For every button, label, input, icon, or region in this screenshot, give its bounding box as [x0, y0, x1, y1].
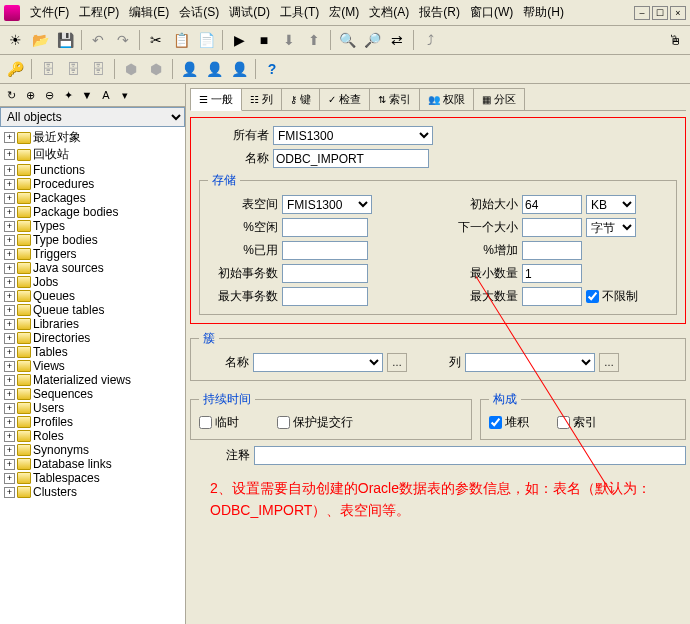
user2-icon[interactable]: 👤	[203, 58, 225, 80]
db2-icon[interactable]: 🗄	[62, 58, 84, 80]
db3-icon[interactable]: 🗄	[87, 58, 109, 80]
obj2-icon[interactable]: ⬢	[145, 58, 167, 80]
tree-item[interactable]: +Database links	[2, 457, 183, 471]
tree-expand-icon[interactable]: ⊕	[21, 86, 39, 104]
initial-input[interactable]	[522, 195, 582, 214]
preserve-check[interactable]: 保护提交行	[277, 414, 353, 431]
tree-item[interactable]: +回收站	[2, 146, 183, 163]
minext-input[interactable]	[522, 264, 582, 283]
minimize-button[interactable]: –	[634, 6, 650, 20]
tree-item[interactable]: +Tablespaces	[2, 471, 183, 485]
tree-item[interactable]: +Materialized views	[2, 373, 183, 387]
tool-icon[interactable]: 🖱	[664, 29, 686, 51]
menu-report[interactable]: 报告(R)	[415, 2, 464, 23]
tree[interactable]: +最近对象+回收站+Functions+Procedures+Packages+…	[0, 127, 185, 624]
undo-icon[interactable]: ↶	[87, 29, 109, 51]
menu-help[interactable]: 帮助(H)	[519, 2, 568, 23]
next-input[interactable]	[522, 218, 582, 237]
expand-icon[interactable]: +	[4, 165, 15, 176]
owner-select[interactable]: FMIS1300	[273, 126, 433, 145]
tree-item[interactable]: +Sequences	[2, 387, 183, 401]
exec-icon[interactable]: ▶	[228, 29, 250, 51]
new-icon[interactable]: ☀	[4, 29, 26, 51]
help-icon[interactable]: ?	[261, 58, 283, 80]
db1-icon[interactable]: 🗄	[37, 58, 59, 80]
expand-icon[interactable]: +	[4, 459, 15, 470]
tree-item[interactable]: +Directories	[2, 331, 183, 345]
expand-icon[interactable]: +	[4, 375, 15, 386]
heap-check[interactable]: 堆积	[489, 414, 529, 431]
cut-icon[interactable]: ✂	[145, 29, 167, 51]
tab-5[interactable]: 👥权限	[419, 88, 474, 110]
initrans-input[interactable]	[282, 264, 368, 283]
pctfree-input[interactable]	[282, 218, 368, 237]
expand-icon[interactable]: +	[4, 431, 15, 442]
tree-item[interactable]: +Package bodies	[2, 205, 183, 219]
tab-0[interactable]: ☰一般	[190, 88, 242, 111]
tab-6[interactable]: ▦分区	[473, 88, 525, 110]
find-icon[interactable]: 🔍	[336, 29, 358, 51]
maxext-input[interactable]	[522, 287, 582, 306]
tree-item[interactable]: +Functions	[2, 163, 183, 177]
menu-edit[interactable]: 编辑(E)	[125, 2, 173, 23]
tree-item[interactable]: +Users	[2, 401, 183, 415]
replace-icon[interactable]: 🔎	[361, 29, 383, 51]
tree-item[interactable]: +Views	[2, 359, 183, 373]
initial-unit-select[interactable]: KB	[586, 195, 636, 214]
expand-icon[interactable]: +	[4, 305, 15, 316]
save-icon[interactable]: 💾	[54, 29, 76, 51]
commit-icon[interactable]: ⬇	[278, 29, 300, 51]
menu-macro[interactable]: 宏(M)	[325, 2, 363, 23]
user3-icon[interactable]: 👤	[228, 58, 250, 80]
redo-icon[interactable]: ↷	[112, 29, 134, 51]
user1-icon[interactable]: 👤	[178, 58, 200, 80]
expand-icon[interactable]: +	[4, 149, 15, 160]
tree-item[interactable]: +最近对象	[2, 129, 183, 146]
expand-icon[interactable]: +	[4, 389, 15, 400]
cluster-name-select[interactable]	[253, 353, 383, 372]
tree-item[interactable]: +Packages	[2, 191, 183, 205]
tree-item[interactable]: +Profiles	[2, 415, 183, 429]
tree-new-icon[interactable]: ✦	[59, 86, 77, 104]
export-icon[interactable]: ⤴	[419, 29, 441, 51]
expand-icon[interactable]: +	[4, 193, 15, 204]
expand-icon[interactable]: +	[4, 473, 15, 484]
menu-debug[interactable]: 调试(D)	[225, 2, 274, 23]
expand-icon[interactable]: +	[4, 221, 15, 232]
expand-icon[interactable]: +	[4, 347, 15, 358]
maximize-button[interactable]: ☐	[652, 6, 668, 20]
tree-item[interactable]: +Queues	[2, 289, 183, 303]
tree-item[interactable]: +Triggers	[2, 247, 183, 261]
comment-input[interactable]	[254, 446, 686, 465]
menu-project[interactable]: 工程(P)	[75, 2, 123, 23]
tab-3[interactable]: ✓检查	[319, 88, 370, 110]
menu-tools[interactable]: 工具(T)	[276, 2, 323, 23]
column-select[interactable]	[465, 353, 595, 372]
tree-item[interactable]: +Jobs	[2, 275, 183, 289]
tree-filter-icon[interactable]: ▼	[78, 86, 96, 104]
menu-file[interactable]: 文件(F)	[26, 2, 73, 23]
expand-icon[interactable]: +	[4, 361, 15, 372]
expand-icon[interactable]: +	[4, 249, 15, 260]
expand-icon[interactable]: +	[4, 207, 15, 218]
pctinc-input[interactable]	[522, 241, 582, 260]
tree-collapse-icon[interactable]: ⊖	[40, 86, 58, 104]
expand-icon[interactable]: +	[4, 319, 15, 330]
next-unit-select[interactable]: 字节	[586, 218, 636, 237]
open-icon[interactable]: 📂	[29, 29, 51, 51]
tree-item[interactable]: +Procedures	[2, 177, 183, 191]
menu-session[interactable]: 会话(S)	[175, 2, 223, 23]
tab-4[interactable]: ⇅索引	[369, 88, 420, 110]
tree-a-icon[interactable]: A	[97, 86, 115, 104]
stop-icon[interactable]: ■	[253, 29, 275, 51]
copy-icon[interactable]: 📋	[170, 29, 192, 51]
expand-icon[interactable]: +	[4, 333, 15, 344]
tree-item[interactable]: +Synonyms	[2, 443, 183, 457]
column-browse-button[interactable]: …	[599, 353, 619, 372]
cluster-browse-button[interactable]: …	[387, 353, 407, 372]
rollback-icon[interactable]: ⬆	[303, 29, 325, 51]
tab-2[interactable]: ⚷键	[281, 88, 320, 110]
tree-drop-icon[interactable]: ▾	[116, 86, 134, 104]
bookmark-icon[interactable]: ⇄	[386, 29, 408, 51]
tree-item[interactable]: +Tables	[2, 345, 183, 359]
